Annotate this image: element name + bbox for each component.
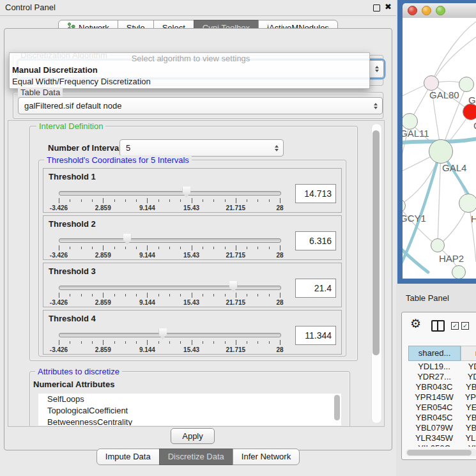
horizontal-scrollbar[interactable] xyxy=(406,449,476,456)
list-item[interactable]: SelfLoops xyxy=(38,394,341,405)
tab-impute-data[interactable]: Impute Data xyxy=(96,449,160,465)
tick-mark xyxy=(192,198,192,203)
checkbox-icon[interactable]: ✓ xyxy=(451,322,459,330)
cell-name[interactable]: YDL19... xyxy=(460,362,476,372)
cell-shared-name[interactable]: YBL079W xyxy=(408,423,460,433)
number-of-intervals-spinner[interactable]: 5 xyxy=(119,139,284,157)
node-label: GCY1 xyxy=(403,213,426,224)
table-row[interactable]: YPR145WYPR145W xyxy=(408,392,476,403)
table-row[interactable]: YDR27...YDR27... xyxy=(408,372,476,382)
threshold-slider[interactable]: -3.4262.8599.14415.4321.71528 xyxy=(59,327,280,354)
cell-shared-name[interactable]: YDL19... xyxy=(408,362,460,372)
gear-icon[interactable]: ⚙ xyxy=(410,316,421,331)
table-row[interactable]: YDL19...YDL19... xyxy=(408,362,476,372)
network-node-hap2[interactable] xyxy=(431,238,445,252)
threshold-slider[interactable]: -3.4262.8599.14415.4321.71528 xyxy=(59,185,280,212)
cell-shared-name[interactable]: YPR145W xyxy=(408,392,460,403)
tick-label: 2.859 xyxy=(95,252,111,259)
cell-name[interactable]: YER054C xyxy=(460,403,476,413)
network-node-c[interactable] xyxy=(463,104,476,120)
tab-discretize-data[interactable]: Discretize Data xyxy=(159,449,233,465)
cell-shared-name[interactable]: YDR27... xyxy=(408,372,460,382)
table-data-combobox[interactable]: galFiltered.sif default node xyxy=(18,97,383,114)
tick-mark xyxy=(269,294,270,296)
list-item[interactable]: TopologicalCoefficient xyxy=(38,405,341,417)
vertical-scrollbar[interactable] xyxy=(371,123,382,424)
threshold-value-field[interactable]: 6.316 xyxy=(295,231,336,250)
popup-item[interactable]: Manual Discretization xyxy=(10,65,369,76)
slider-thumb[interactable] xyxy=(158,328,167,339)
network-window-titlebar[interactable] xyxy=(403,3,476,19)
cell-name[interactable]: YDR27... xyxy=(460,372,476,382)
list-scrollbar[interactable] xyxy=(334,395,340,420)
threshold-value-field[interactable]: 11.344 xyxy=(295,326,336,345)
scrollbar-thumb[interactable] xyxy=(372,130,380,355)
close-icon[interactable]: ✖ xyxy=(385,2,392,12)
threshold-slider[interactable]: -3.4262.8599.14415.4321.71528 xyxy=(59,233,280,259)
slider-thumb[interactable] xyxy=(182,187,190,197)
float-window-icon[interactable] xyxy=(373,4,380,12)
slider-track[interactable] xyxy=(59,333,281,337)
threshold-value-field[interactable]: 14.713 xyxy=(295,184,336,203)
table-row[interactable]: YER054CYER054C xyxy=(408,403,476,413)
slider-thumb[interactable] xyxy=(123,234,132,245)
popup-placeholder: Select algorithm to view settings xyxy=(10,53,369,65)
table-row[interactable]: YBR043CYBR043C xyxy=(408,382,476,392)
tick-mark xyxy=(225,294,226,296)
tick-mark xyxy=(70,341,70,344)
columns-icon[interactable] xyxy=(431,320,445,332)
slider-track[interactable] xyxy=(59,286,281,290)
tick-label: 28 xyxy=(276,252,283,259)
tick-label: 9.144 xyxy=(139,299,155,306)
network-node-gal80[interactable] xyxy=(424,75,439,91)
interval-definition-group: Interval Definition Number of Intervals … xyxy=(29,126,358,361)
tick-label: 2.859 xyxy=(95,204,111,211)
close-light-icon[interactable] xyxy=(408,6,417,15)
zoom-light-icon[interactable] xyxy=(436,6,445,15)
tick-mark xyxy=(269,247,270,249)
scrollbar-thumb[interactable] xyxy=(407,450,472,456)
cell-shared-name[interactable]: YIL052C xyxy=(408,443,460,447)
list-item[interactable]: BetweennessCentrality xyxy=(38,417,341,426)
popup-item[interactable]: Equal Width/Frequency Discretization xyxy=(10,76,369,88)
cell-name[interactable]: YBR045C xyxy=(460,413,476,423)
cell-name[interactable]: YIL052C xyxy=(460,443,476,447)
threshold-slider[interactable]: -3.4262.8599.14415.4321.71528 xyxy=(59,280,280,307)
threshold-value-field[interactable]: 21.4 xyxy=(295,279,336,298)
table-row[interactable]: YBL079WYBL079W xyxy=(408,423,476,433)
cell-name[interactable]: YPR145W xyxy=(460,392,476,403)
slider-thumb[interactable] xyxy=(229,281,238,292)
cell-shared-name[interactable]: YER054C xyxy=(408,403,460,413)
threshold-coordinates-group: Threshold's Coordinates for 5 Intervals … xyxy=(38,160,346,357)
column-header-shared-name[interactable]: shared... xyxy=(408,346,461,361)
tick-mark xyxy=(103,245,104,250)
tick-label: 2.859 xyxy=(95,346,111,353)
table-row[interactable]: YIL052CYIL052C xyxy=(408,443,476,447)
cell-shared-name[interactable]: YBR045C xyxy=(408,413,460,423)
cell-shared-name[interactable]: YBR043C xyxy=(408,382,460,392)
tick-mark xyxy=(169,294,170,296)
network-canvas[interactable]: GAL80GACGAL11GAL4GCY1HHAP2 xyxy=(403,18,476,279)
tab-infer-network[interactable]: Infer Network xyxy=(233,449,300,465)
tick-mark xyxy=(125,247,126,249)
cell-name[interactable]: YBL079W xyxy=(460,423,476,433)
network-node-gal4[interactable] xyxy=(429,139,453,164)
table-row[interactable]: YLR345WYLR345W xyxy=(408,433,476,443)
tick-label: -3.426 xyxy=(50,346,68,353)
numerical-attributes-list[interactable]: SelfLoopsTopologicalCoefficientBetweenne… xyxy=(38,394,341,426)
tick-mark xyxy=(257,247,258,249)
apply-button[interactable]: Apply xyxy=(171,428,215,444)
table-row[interactable]: YBR045CYBR045C xyxy=(408,413,476,423)
network-node-ga[interactable] xyxy=(459,77,474,92)
column-header-name[interactable]: name xyxy=(461,346,476,361)
slider-track[interactable] xyxy=(59,191,281,196)
network-node[interactable] xyxy=(452,265,466,279)
slider-track[interactable] xyxy=(59,238,281,243)
cell-shared-name[interactable]: YLR345W xyxy=(408,433,460,443)
minimize-light-icon[interactable] xyxy=(422,6,431,15)
tick-mark xyxy=(280,198,280,203)
cell-name[interactable]: YLR345W xyxy=(460,433,476,443)
network-node-h[interactable] xyxy=(459,194,476,213)
cell-name[interactable]: YBR043C xyxy=(460,382,476,392)
checkbox-icon[interactable]: ✓ xyxy=(461,322,469,330)
